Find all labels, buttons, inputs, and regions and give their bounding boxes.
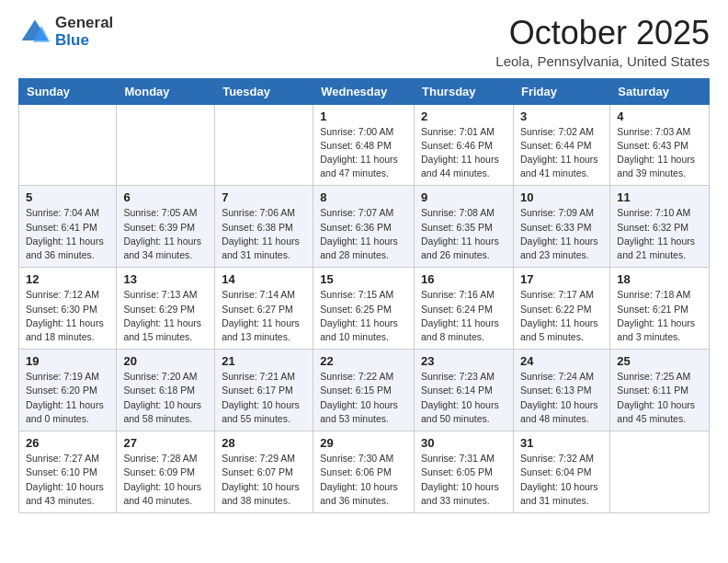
day-number: 24 — [520, 354, 603, 368]
calendar-cell: 9Sunrise: 7:08 AM Sunset: 6:35 PM Daylig… — [415, 186, 514, 268]
day-number: 9 — [421, 190, 506, 204]
col-saturday: Saturday — [610, 78, 710, 104]
calendar-cell: 21Sunrise: 7:21 AM Sunset: 6:17 PM Dayli… — [215, 350, 313, 431]
day-number: 13 — [123, 272, 208, 286]
calendar-cell: 13Sunrise: 7:13 AM Sunset: 6:29 PM Dayli… — [117, 268, 215, 350]
logo-text: General Blue — [55, 15, 113, 49]
calendar-cell — [215, 104, 313, 186]
calendar-cell: 8Sunrise: 7:07 AM Sunset: 6:36 PM Daylig… — [313, 186, 415, 268]
calendar-cell: 6Sunrise: 7:05 AM Sunset: 6:39 PM Daylig… — [117, 186, 215, 268]
day-number: 20 — [123, 354, 208, 368]
calendar-week-row: 19Sunrise: 7:19 AM Sunset: 6:20 PM Dayli… — [19, 350, 710, 431]
day-detail: Sunrise: 7:16 AM Sunset: 6:24 PM Dayligh… — [421, 288, 506, 344]
calendar-week-row: 5Sunrise: 7:04 AM Sunset: 6:41 PM Daylig… — [19, 186, 710, 268]
calendar-header-row: Sunday Monday Tuesday Wednesday Thursday… — [19, 78, 710, 104]
day-detail: Sunrise: 7:24 AM Sunset: 6:13 PM Dayligh… — [520, 370, 603, 426]
day-number: 8 — [320, 190, 407, 204]
day-number: 12 — [26, 272, 109, 286]
calendar-cell — [19, 104, 117, 186]
calendar-cell: 17Sunrise: 7:17 AM Sunset: 6:22 PM Dayli… — [513, 268, 609, 350]
day-detail: Sunrise: 7:10 AM Sunset: 6:32 PM Dayligh… — [617, 206, 702, 262]
calendar-cell: 4Sunrise: 7:03 AM Sunset: 6:43 PM Daylig… — [610, 104, 710, 186]
day-detail: Sunrise: 7:20 AM Sunset: 6:18 PM Dayligh… — [123, 370, 208, 426]
calendar-cell: 25Sunrise: 7:25 AM Sunset: 6:11 PM Dayli… — [610, 350, 710, 431]
day-detail: Sunrise: 7:32 AM Sunset: 6:04 PM Dayligh… — [520, 452, 603, 508]
calendar-cell: 15Sunrise: 7:15 AM Sunset: 6:25 PM Dayli… — [313, 268, 415, 350]
day-number: 16 — [421, 272, 506, 286]
day-number: 2 — [421, 109, 506, 123]
calendar-table: Sunday Monday Tuesday Wednesday Thursday… — [18, 78, 710, 513]
day-detail: Sunrise: 7:03 AM Sunset: 6:43 PM Dayligh… — [617, 125, 702, 181]
col-friday: Friday — [513, 78, 609, 104]
day-number: 28 — [222, 436, 306, 450]
calendar-cell: 18Sunrise: 7:18 AM Sunset: 6:21 PM Dayli… — [610, 268, 710, 350]
day-detail: Sunrise: 7:01 AM Sunset: 6:46 PM Dayligh… — [421, 125, 506, 181]
day-number: 19 — [26, 354, 109, 368]
day-number: 3 — [520, 109, 603, 123]
calendar-cell: 23Sunrise: 7:23 AM Sunset: 6:14 PM Dayli… — [415, 350, 514, 431]
calendar-cell: 11Sunrise: 7:10 AM Sunset: 6:32 PM Dayli… — [610, 186, 710, 268]
day-detail: Sunrise: 7:06 AM Sunset: 6:38 PM Dayligh… — [222, 206, 306, 262]
day-number: 4 — [617, 109, 702, 123]
logo-blue-text: Blue — [55, 32, 113, 50]
day-number: 5 — [26, 190, 109, 204]
calendar-cell: 29Sunrise: 7:30 AM Sunset: 6:06 PM Dayli… — [313, 431, 415, 513]
day-number: 26 — [26, 436, 109, 450]
day-number: 21 — [222, 354, 306, 368]
day-detail: Sunrise: 7:17 AM Sunset: 6:22 PM Dayligh… — [520, 288, 603, 344]
calendar-week-row: 12Sunrise: 7:12 AM Sunset: 6:30 PM Dayli… — [19, 268, 710, 350]
logo: General Blue — [18, 15, 113, 49]
day-detail: Sunrise: 7:12 AM Sunset: 6:30 PM Dayligh… — [26, 288, 109, 344]
calendar-cell: 24Sunrise: 7:24 AM Sunset: 6:13 PM Dayli… — [513, 350, 609, 431]
calendar-cell: 20Sunrise: 7:20 AM Sunset: 6:18 PM Dayli… — [117, 350, 215, 431]
day-detail: Sunrise: 7:28 AM Sunset: 6:09 PM Dayligh… — [123, 452, 208, 508]
day-detail: Sunrise: 7:14 AM Sunset: 6:27 PM Dayligh… — [222, 288, 306, 344]
col-monday: Monday — [117, 78, 215, 104]
col-sunday: Sunday — [19, 78, 117, 104]
day-detail: Sunrise: 7:29 AM Sunset: 6:07 PM Dayligh… — [222, 452, 306, 508]
calendar-cell: 7Sunrise: 7:06 AM Sunset: 6:38 PM Daylig… — [215, 186, 313, 268]
calendar-cell: 1Sunrise: 7:00 AM Sunset: 6:48 PM Daylig… — [313, 104, 415, 186]
day-number: 11 — [617, 190, 702, 204]
calendar-cell — [117, 104, 215, 186]
day-detail: Sunrise: 7:19 AM Sunset: 6:20 PM Dayligh… — [26, 370, 109, 426]
logo-general-text: General — [55, 15, 113, 32]
calendar-cell: 2Sunrise: 7:01 AM Sunset: 6:46 PM Daylig… — [415, 104, 514, 186]
day-detail: Sunrise: 7:27 AM Sunset: 6:10 PM Dayligh… — [26, 452, 109, 508]
day-number: 6 — [123, 190, 208, 204]
day-detail: Sunrise: 7:22 AM Sunset: 6:15 PM Dayligh… — [320, 370, 407, 426]
day-detail: Sunrise: 7:25 AM Sunset: 6:11 PM Dayligh… — [617, 370, 702, 426]
day-number: 14 — [222, 272, 306, 286]
calendar-cell: 14Sunrise: 7:14 AM Sunset: 6:27 PM Dayli… — [215, 268, 313, 350]
day-detail: Sunrise: 7:07 AM Sunset: 6:36 PM Dayligh… — [320, 206, 407, 262]
calendar-cell: 28Sunrise: 7:29 AM Sunset: 6:07 PM Dayli… — [215, 431, 313, 513]
day-number: 29 — [320, 436, 407, 450]
calendar-cell: 3Sunrise: 7:02 AM Sunset: 6:44 PM Daylig… — [513, 104, 609, 186]
calendar-cell: 16Sunrise: 7:16 AM Sunset: 6:24 PM Dayli… — [415, 268, 514, 350]
day-detail: Sunrise: 7:30 AM Sunset: 6:06 PM Dayligh… — [320, 452, 407, 508]
day-number: 30 — [421, 436, 506, 450]
day-number: 10 — [520, 190, 603, 204]
calendar-cell: 26Sunrise: 7:27 AM Sunset: 6:10 PM Dayli… — [19, 431, 117, 513]
day-number: 27 — [123, 436, 208, 450]
calendar-cell: 27Sunrise: 7:28 AM Sunset: 6:09 PM Dayli… — [117, 431, 215, 513]
day-detail: Sunrise: 7:02 AM Sunset: 6:44 PM Dayligh… — [520, 125, 603, 181]
col-thursday: Thursday — [415, 78, 514, 104]
title-block: October 2025 Leola, Pennsylvania, United… — [495, 15, 710, 69]
calendar-cell: 12Sunrise: 7:12 AM Sunset: 6:30 PM Dayli… — [19, 268, 117, 350]
day-detail: Sunrise: 7:15 AM Sunset: 6:25 PM Dayligh… — [320, 288, 407, 344]
day-number: 15 — [320, 272, 407, 286]
day-number: 1 — [320, 109, 407, 123]
col-tuesday: Tuesday — [215, 78, 313, 104]
calendar-cell: 10Sunrise: 7:09 AM Sunset: 6:33 PM Dayli… — [513, 186, 609, 268]
day-number: 23 — [421, 354, 506, 368]
day-detail: Sunrise: 7:09 AM Sunset: 6:33 PM Dayligh… — [520, 206, 603, 262]
day-detail: Sunrise: 7:31 AM Sunset: 6:05 PM Dayligh… — [421, 452, 506, 508]
page: General Blue October 2025 Leola, Pennsyl… — [0, 0, 728, 563]
day-detail: Sunrise: 7:00 AM Sunset: 6:48 PM Dayligh… — [320, 125, 407, 181]
day-detail: Sunrise: 7:04 AM Sunset: 6:41 PM Dayligh… — [26, 206, 109, 262]
calendar-cell: 31Sunrise: 7:32 AM Sunset: 6:04 PM Dayli… — [513, 431, 609, 513]
calendar-cell — [610, 431, 710, 513]
calendar-cell: 5Sunrise: 7:04 AM Sunset: 6:41 PM Daylig… — [19, 186, 117, 268]
calendar-title: October 2025 — [495, 15, 710, 52]
